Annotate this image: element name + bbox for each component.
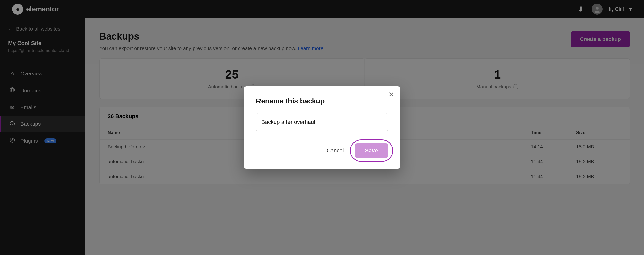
save-btn-wrapper: Save (355, 143, 388, 158)
modal-title: Rename this backup (256, 97, 388, 105)
modal-overlay[interactable]: Rename this backup ✕ Cancel Save (0, 0, 644, 255)
rename-backup-modal: Rename this backup ✕ Cancel Save (244, 86, 400, 169)
backup-name-input[interactable] (256, 113, 388, 131)
modal-close-button[interactable]: ✕ (388, 91, 394, 98)
save-button[interactable]: Save (355, 143, 388, 158)
cancel-button[interactable]: Cancel (321, 144, 349, 157)
modal-footer: Cancel Save (256, 143, 388, 158)
